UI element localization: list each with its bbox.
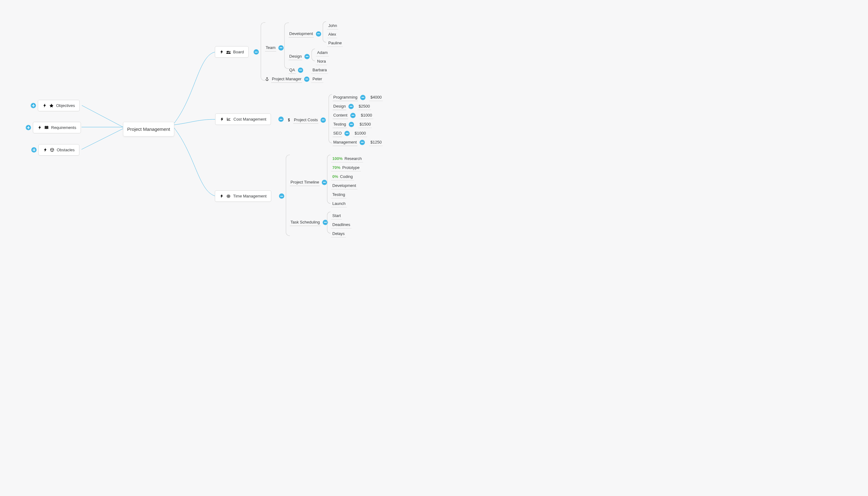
node-label: Objectives: [56, 103, 75, 108]
timeline-item[interactable]: Development: [331, 182, 357, 189]
cost-value[interactable]: $1250: [369, 139, 383, 146]
schedule-item[interactable]: Deadlines: [331, 221, 352, 229]
cost-row[interactable]: Management: [332, 139, 365, 146]
svg-line-7: [81, 129, 123, 150]
leaf-member[interactable]: Alex: [327, 31, 337, 38]
root-node[interactable]: Project Management: [123, 122, 174, 136]
node-label: Requirements: [51, 125, 76, 130]
expand-toggle-obstacles[interactable]: [31, 147, 36, 153]
subnode-scheduling[interactable]: Task Scheduling: [290, 219, 328, 226]
bolt-icon: [43, 148, 47, 152]
expand-toggle-requirements[interactable]: [26, 125, 31, 130]
leaf-member[interactable]: Barbara: [311, 66, 328, 74]
collapse-toggle[interactable]: [360, 95, 366, 100]
cost-value[interactable]: $2500: [357, 103, 371, 110]
subnode-timeline[interactable]: Project Timeline: [290, 179, 327, 186]
collapse-toggle-timeline[interactable]: [322, 180, 327, 185]
bolt-icon: [37, 126, 42, 130]
book-icon: [44, 126, 49, 130]
cost-name: SEO: [332, 129, 342, 137]
cost-value[interactable]: $1000: [360, 112, 373, 119]
cost-row[interactable]: Programming: [332, 94, 366, 101]
bolt-icon: [219, 50, 224, 54]
cost-name: Content: [332, 112, 348, 119]
node-board[interactable]: Board: [215, 46, 249, 58]
collapse-toggle-design[interactable]: [305, 54, 310, 59]
timeline-item[interactable]: 0%Coding: [331, 173, 354, 181]
subnode-label: QA: [289, 66, 296, 74]
cost-name: Design: [332, 103, 346, 110]
subnode-development[interactable]: Development: [289, 30, 321, 37]
timeline-item[interactable]: 100%Research: [331, 155, 363, 162]
leaf-member[interactable]: Nora: [316, 58, 327, 65]
subnode-design[interactable]: Design: [289, 53, 310, 60]
collapse-toggle-qa[interactable]: [298, 67, 303, 73]
timeline-name: Development: [332, 183, 356, 188]
expand-toggle-objectives[interactable]: [31, 103, 36, 108]
cost-row[interactable]: Testing: [332, 121, 354, 128]
node-requirements[interactable]: Requirements: [33, 122, 81, 133]
cost-name: Programming: [332, 94, 358, 101]
timeline-name: Prototype: [342, 165, 360, 170]
bracket: [329, 94, 332, 143]
subnode-project-costs[interactable]: Project Costs: [287, 116, 326, 124]
cost-row[interactable]: SEO: [332, 129, 350, 137]
collapse-toggle[interactable]: [350, 113, 356, 118]
cost-row[interactable]: Design: [332, 103, 354, 110]
root-label: Project Management: [127, 126, 170, 132]
collapse-toggle[interactable]: [360, 140, 365, 145]
collapse-toggle-cost[interactable]: [278, 117, 284, 122]
bolt-icon: [219, 194, 224, 198]
timeline-pct: 0%: [332, 174, 338, 179]
subnode-label: Task Scheduling: [290, 219, 321, 226]
timeline-name: Testing: [332, 192, 345, 197]
svg-line-5: [82, 105, 123, 127]
collapse-toggle-board[interactable]: [253, 49, 259, 55]
schedule-item[interactable]: Delays: [331, 230, 346, 237]
timeline-item[interactable]: Launch: [331, 200, 347, 207]
timeline-item[interactable]: Testing: [331, 191, 346, 198]
node-cost-management[interactable]: Cost Management: [215, 113, 271, 125]
bracket: [284, 22, 289, 69]
globe-icon: [226, 194, 231, 198]
dollar-icon: [287, 118, 291, 122]
subnode-label: Development: [289, 30, 314, 37]
collapse-toggle[interactable]: [344, 131, 350, 136]
timeline-item[interactable]: 70%Prototype: [331, 164, 361, 171]
leaf-member[interactable]: Peter: [311, 75, 323, 83]
bolt-icon: [220, 117, 224, 122]
subnode-team[interactable]: Team: [265, 44, 284, 51]
timeline-name: Launch: [332, 201, 346, 206]
leaf-member[interactable]: John: [327, 22, 338, 29]
node-label: Board: [233, 50, 244, 54]
cost-row[interactable]: Content: [332, 112, 356, 119]
subnode-label: Team: [265, 44, 276, 51]
anchor-icon: [265, 77, 269, 81]
cost-value[interactable]: $1000: [353, 129, 367, 137]
collapse-toggle-team[interactable]: [278, 45, 284, 50]
chart-icon: [227, 117, 231, 122]
subnode-label: Project Timeline: [290, 179, 320, 186]
collapse-toggle-development[interactable]: [316, 31, 321, 36]
timeline-name: Research: [344, 156, 362, 161]
collapse-toggle[interactable]: [349, 122, 354, 127]
node-obstacles[interactable]: Obstacles: [38, 144, 79, 156]
timeline-name: Coding: [340, 174, 353, 179]
collapse-toggle-pm[interactable]: [304, 77, 309, 82]
leaf-member[interactable]: Pauline: [327, 40, 343, 47]
leaf-member[interactable]: Adam: [316, 49, 329, 57]
node-time-management[interactable]: Time Management: [215, 190, 271, 202]
subnode-qa[interactable]: QA: [289, 66, 303, 74]
collapse-toggle-project-costs[interactable]: [321, 118, 326, 123]
timeline-pct: 70%: [332, 165, 340, 170]
timeline-pct: 100%: [332, 156, 343, 161]
star-icon: [49, 104, 53, 108]
cube-icon: [50, 148, 54, 152]
collapse-toggle[interactable]: [348, 104, 354, 109]
schedule-item[interactable]: Start: [331, 212, 342, 219]
node-objectives[interactable]: Objectives: [38, 100, 80, 111]
collapse-toggle-time[interactable]: [279, 193, 284, 199]
cost-value[interactable]: $1500: [358, 121, 372, 128]
cost-value[interactable]: $4000: [369, 94, 383, 101]
subnode-pm[interactable]: Project Manager: [265, 75, 309, 83]
